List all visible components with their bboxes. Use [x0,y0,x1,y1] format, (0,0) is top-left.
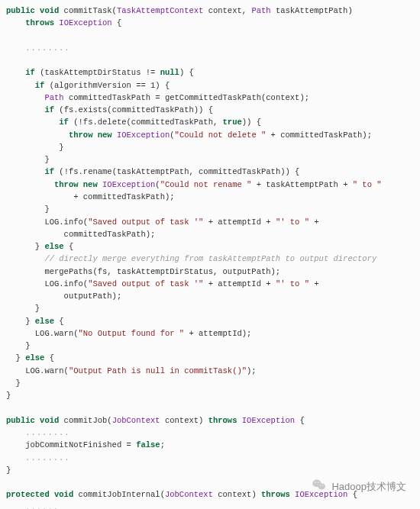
token-cls: TaskAttemptContext [117,6,203,15]
token-kw: else [25,353,44,362]
wechat-icon [312,478,327,495]
token-kw: if [59,118,69,127]
token-ell: ........ [25,453,69,462]
token-str: "Could not delete " [175,130,267,140]
token-str: "Saved output of task '" [88,279,203,288]
token-str: "Saved output of task '" [88,217,203,227]
token-kw: throws [208,416,237,425]
svg-point-3 [318,482,319,483]
token-str: "' to " [276,217,309,227]
code-block: public void commitTask(TaskAttemptContex… [0,0,420,509]
token-kw: protected void [6,490,73,499]
token-kw: else [44,242,63,251]
token-str: " to " [353,180,382,189]
watermark-text: Hadoop技术博文 [331,479,406,495]
token-cmt: // directly merge everything from taskAt… [44,254,376,263]
token-kw: if [25,68,35,77]
token-ell: ...... [25,503,59,509]
token-cls: JobContext [165,490,213,499]
svg-point-5 [323,485,324,485]
token-kw: public void [6,416,59,425]
token-ell: ........ [25,428,69,437]
token-kw: true [223,118,242,127]
token-cls: JobContext [112,416,160,425]
token-cls: IOException [102,180,155,189]
svg-point-4 [320,485,321,485]
svg-point-2 [315,482,316,483]
token-str: "No Output found for " [79,329,185,338]
token-kw: public void [6,6,59,15]
token-kw: if [35,81,45,90]
token-str: "' to " [276,279,309,288]
token-cls: IOException [117,130,170,140]
token-cls: IOException [242,416,295,425]
token-cls: Path [44,93,63,102]
watermark: Hadoop技术博文 [312,478,406,495]
token-kw: else [35,317,54,326]
token-str: "Output Path is null in commitTask()" [69,366,247,375]
token-kw: throw new [69,130,112,140]
token-kw: if [44,167,54,176]
token-kw: if [44,105,54,114]
token-kw: throws [25,18,54,27]
svg-point-1 [318,483,326,489]
token-kw: throw new [54,180,98,189]
token-cls: Path [251,6,270,15]
token-kw: throws [261,490,290,499]
token-str: "Could not rename " [160,180,252,189]
token-kw: null [160,68,179,77]
token-ell: ........ [25,43,69,53]
token-cls: IOException [59,18,111,27]
token-kw: false [136,440,160,449]
